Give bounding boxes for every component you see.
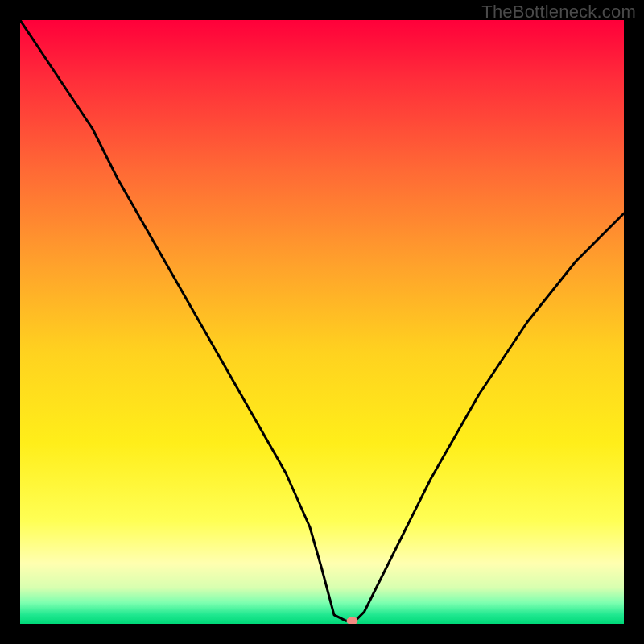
- bottleneck-curve-plot: [20, 20, 624, 624]
- chart-frame: TheBottleneck.com: [0, 0, 644, 644]
- gradient-background: [20, 20, 624, 624]
- watermark-text: TheBottleneck.com: [481, 2, 636, 23]
